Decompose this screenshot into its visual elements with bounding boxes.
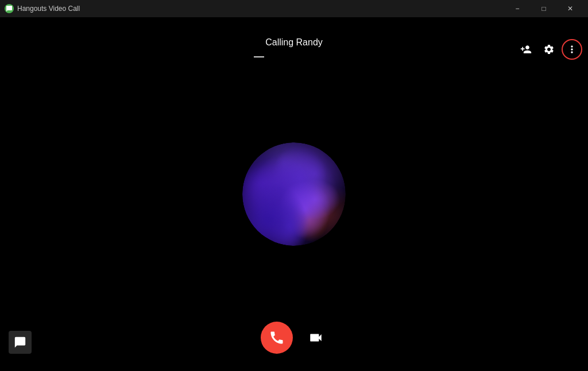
toggle-camera-button[interactable] <box>304 326 327 349</box>
end-call-button[interactable] <box>261 322 293 354</box>
title-bar: Hangouts Video Call − □ ✕ <box>0 0 588 17</box>
more-options-button[interactable] <box>562 39 582 60</box>
settings-icon <box>543 44 555 55</box>
title-bar-title: Hangouts Video Call <box>17 5 80 13</box>
title-bar-controls: − □ ✕ <box>504 0 583 17</box>
title-bar-left: Hangouts Video Call <box>5 4 80 13</box>
chat-icon <box>14 336 26 349</box>
minimize-button[interactable]: − <box>504 0 531 17</box>
more-options-icon <box>566 44 578 55</box>
add-person-button[interactable] <box>516 39 536 60</box>
calling-status: Calling Randy <box>265 37 323 48</box>
chat-button[interactable] <box>9 331 32 354</box>
settings-button[interactable] <box>539 39 559 60</box>
calling-indicator: — <box>254 51 264 63</box>
contact-avatar <box>242 142 346 246</box>
camera-icon <box>308 330 323 345</box>
maximize-button[interactable]: □ <box>531 0 557 17</box>
avatar-background <box>242 142 346 246</box>
close-button[interactable]: ✕ <box>557 0 583 17</box>
end-call-icon <box>269 330 285 346</box>
top-controls <box>516 39 582 60</box>
video-area: Calling Randy — <box>0 17 588 371</box>
flame-overlay <box>242 142 346 246</box>
bottom-controls <box>261 322 327 354</box>
add-person-icon <box>520 44 532 55</box>
app-icon <box>5 4 14 13</box>
